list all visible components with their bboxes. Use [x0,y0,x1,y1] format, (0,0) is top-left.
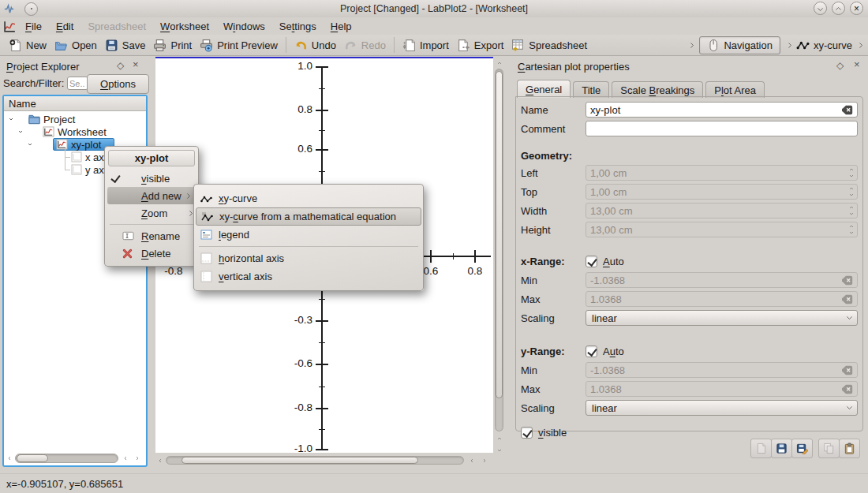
worksheet-hscrollbar[interactable] [155,454,493,466]
scroll-left-button[interactable] [5,453,15,463]
geometry-label: Geometry: [521,150,586,162]
float-dock-icon[interactable]: ◇ [117,61,124,70]
window-title: Project [Changed] - LabPlot2 - [Workshee… [0,3,868,14]
minimize-button[interactable] [814,2,827,15]
menu-separator [110,224,193,225]
tab-plot-area[interactable]: Plot Area [705,81,765,98]
x-max-label: Max [521,293,586,305]
floppy-icon [776,443,788,454]
left-spinbox: 1,00 cm [586,165,858,181]
tree-item-project[interactable]: Project [4,113,146,125]
menu-worksheet[interactable]: Worksheet [153,17,216,35]
expander-icon[interactable] [28,141,32,146]
y-auto-checkbox[interactable] [586,345,597,357]
import-button[interactable]: Import [398,37,453,54]
tab-general[interactable]: General [517,80,571,98]
menu-item-delete[interactable]: Delete [105,245,198,262]
xy-curve-button[interactable]: xy-curve [792,37,856,54]
vscroll-slider[interactable] [496,71,503,398]
options-button[interactable]: Options [87,74,149,94]
scroll-down-button[interactable] [494,444,504,454]
menu-settings[interactable]: Settings [272,17,324,35]
menu-item-visible[interactable]: visible [105,170,198,187]
axis-tick-label: 1.0 [276,60,312,72]
open-button[interactable]: Open [51,37,101,54]
tree-item-worksheet[interactable]: Worksheet [4,125,146,138]
toolbar-expand-icon[interactable] [785,42,792,49]
scroll-up-button[interactable] [494,434,504,444]
x-range-label: x-Range: [521,256,586,267]
close-dock-icon[interactable]: × [133,60,139,69]
expander-icon[interactable] [18,129,23,133]
scroll-left-button[interactable] [121,453,131,463]
submenu-item-xy-curve[interactable]: xy-curve [194,189,423,207]
print-preview-button[interactable]: Print Preview [196,37,282,54]
float-dock-icon[interactable]: ◇ [836,61,844,70]
horizontal-axis-icon [200,252,212,264]
navigation-button[interactable]: Navigation [699,36,780,54]
y-min-label: Min [521,364,586,376]
rename-icon [122,231,134,241]
axis-tick-label: -0.8 [156,265,191,277]
undo-button[interactable]: Undo [290,37,340,54]
cursor-position-text: x=-0.905107, y=0.685651 [6,478,123,490]
expander-icon[interactable] [9,116,13,121]
menu-edit[interactable]: Edit [49,17,80,35]
paste-button[interactable] [839,439,860,458]
new-button[interactable]: New [5,37,51,54]
worksheet-vscrollbar[interactable] [493,58,505,467]
x-auto-checkbox[interactable] [586,256,597,267]
chevron-down-icon [847,404,852,409]
folder-icon [28,114,40,125]
new-spreadsheet-button[interactable]: Spreadsheet [507,37,591,54]
axis-tick-label: -0.8 [276,401,312,413]
height-label: Height [521,224,586,236]
maximize-button[interactable] [832,2,845,15]
axis-item-icon [71,151,82,162]
close-dock-icon[interactable]: × [854,60,860,69]
copy-button [818,439,840,458]
print-button[interactable]: Print [149,37,196,54]
menu-file[interactable]: File [18,17,49,35]
save-button[interactable]: Save [101,37,150,54]
tab-scale-breakings[interactable]: Scale Breakings [612,81,703,98]
name-field[interactable]: xy-plot [586,102,858,118]
scroll-left-button[interactable] [467,455,477,465]
menu-help[interactable]: Help [324,17,359,35]
y-scaling-combobox[interactable]: linear [586,400,858,416]
tree-header-name[interactable]: Name [4,96,146,111]
axis-element [316,364,328,365]
clear-text-icon[interactable] [842,105,853,115]
toolbar-expand-icon[interactable] [856,42,863,49]
comment-field[interactable] [586,121,858,136]
axis-element [319,88,325,89]
toolbar-separator [394,37,395,53]
x-scaling-combobox[interactable]: linear [586,310,858,326]
labplot-chart-icon [3,20,17,33]
submenu-item-xy-curve-equation[interactable]: xy-curve from a mathematical equation [196,207,421,226]
scroll-left-button[interactable] [155,455,166,465]
visible-checkbox[interactable] [521,427,533,439]
hscroll-slider[interactable] [181,457,418,464]
menu-item-rename[interactable]: Rename [105,227,198,245]
toolbar-expand-icon[interactable] [687,42,694,49]
axis-element [316,320,328,322]
export-button[interactable]: Export [453,37,508,54]
save-as-template-button[interactable] [791,439,813,458]
save-template-button[interactable] [771,439,792,458]
scroll-right-button[interactable] [478,455,488,465]
scroll-right-button[interactable] [131,453,141,463]
scrollbar-slider[interactable] [17,454,48,462]
scroll-up-button[interactable] [494,58,504,69]
height-spinbox: 13,00 cm [586,222,858,237]
submenu-item-legend[interactable]: legend [194,226,423,244]
submenu-item-horizontal-axis[interactable]: horizontal axis [194,249,423,267]
menu-windows[interactable]: Windows [216,17,272,35]
submenu-item-vertical-axis[interactable]: vertical axis [194,267,423,286]
menu-item-zoom[interactable]: Zoom [105,204,198,222]
tab-title[interactable]: Title [573,81,609,98]
axis-tick-label: -1.0 [276,443,312,453]
menu-item-add-new[interactable]: Add new [107,187,196,204]
search-filter-input[interactable] [67,77,88,90]
close-button[interactable]: × [850,2,863,15]
